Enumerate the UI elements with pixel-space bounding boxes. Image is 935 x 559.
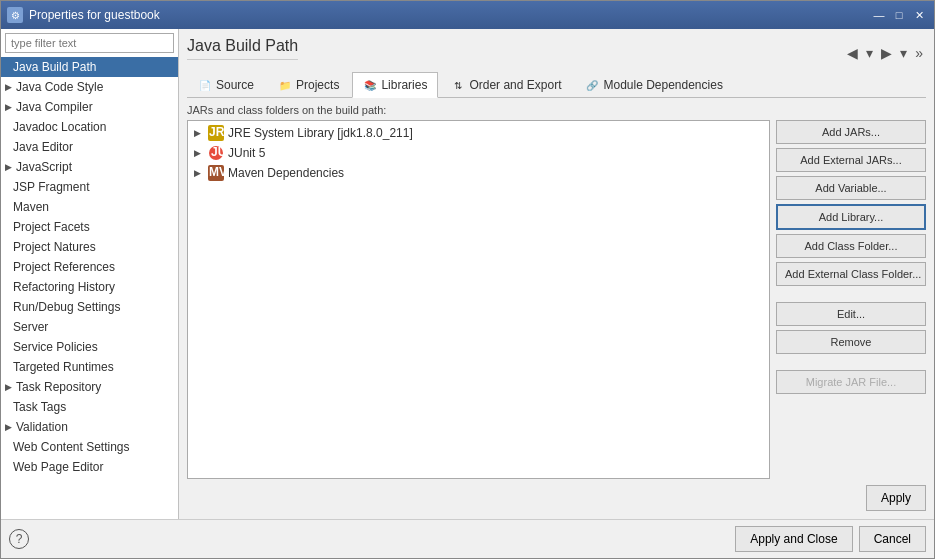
sidebar-item-label: Task Tags xyxy=(13,400,66,414)
tree-item-jre-system[interactable]: ▶JREJRE System Library [jdk1.8.0_211] xyxy=(190,123,767,143)
projects-tab-label: Projects xyxy=(296,78,339,92)
chevron-right-icon: ▶ xyxy=(5,82,12,92)
tab-order-export[interactable]: ⇅Order and Export xyxy=(440,72,572,97)
sidebar-item-javascript[interactable]: ▶JavaScript xyxy=(1,157,178,177)
add-library-button[interactable]: Add Library... xyxy=(776,204,926,230)
tree-expand-arrow: ▶ xyxy=(194,168,204,178)
sidebar-item-project-references[interactable]: Project References xyxy=(1,257,178,277)
right-panel: Java Build Path ◀ ▾ ▶ ▾ » 📄Source📁Projec… xyxy=(179,29,934,519)
remove-button[interactable]: Remove xyxy=(776,330,926,354)
close-button[interactable]: ✕ xyxy=(910,6,928,24)
more-icon[interactable]: » xyxy=(912,43,926,63)
action-buttons-panel: Add JARs...Add External JARs...Add Varia… xyxy=(776,120,926,479)
filter-input[interactable] xyxy=(5,33,174,53)
chevron-right-icon: ▶ xyxy=(5,422,12,432)
sidebar-item-label: Java Build Path xyxy=(13,60,96,74)
sidebar-item-label: Run/Debug Settings xyxy=(13,300,120,314)
sidebar-item-java-build-path[interactable]: Java Build Path xyxy=(1,57,178,77)
tab-libraries[interactable]: 📚Libraries xyxy=(352,72,438,98)
sidebar-item-web-content-settings[interactable]: Web Content Settings xyxy=(1,437,178,457)
button-separator xyxy=(776,358,926,366)
add-class-folder-button[interactable]: Add Class Folder... xyxy=(776,234,926,258)
apply-button[interactable]: Apply xyxy=(866,485,926,511)
sidebar-item-label: Maven xyxy=(13,200,49,214)
sidebar-item-label: Web Content Settings xyxy=(13,440,130,454)
source-tab-icon: 📄 xyxy=(198,78,212,92)
source-tab-label: Source xyxy=(216,78,254,92)
window-title: Properties for guestbook xyxy=(29,8,870,22)
sidebar-item-java-compiler[interactable]: ▶Java Compiler xyxy=(1,97,178,117)
sidebar-item-task-repository[interactable]: ▶Task Repository xyxy=(1,377,178,397)
tree-item-label: Maven Dependencies xyxy=(228,166,344,180)
sidebar-item-run-debug-settings[interactable]: Run/Debug Settings xyxy=(1,297,178,317)
migrate-jar-button: Migrate JAR File... xyxy=(776,370,926,394)
sidebar-item-label: Project Natures xyxy=(13,240,96,254)
button-separator xyxy=(776,290,926,298)
sidebar-list: Java Build Path▶Java Code Style▶Java Com… xyxy=(1,57,178,519)
sidebar-item-server[interactable]: Server xyxy=(1,317,178,337)
jre-icon: JRE xyxy=(208,125,224,141)
cancel-button[interactable]: Cancel xyxy=(859,526,926,552)
sidebar-item-label: Refactoring History xyxy=(13,280,115,294)
nav-icons: ◀ ▾ ▶ ▾ » xyxy=(844,43,926,63)
sidebar-item-project-natures[interactable]: Project Natures xyxy=(1,237,178,257)
build-list: ▶JREJRE System Library [jdk1.8.0_211]▶JU… xyxy=(187,120,770,479)
maven-icon: MVN xyxy=(208,165,224,181)
sidebar-item-label: JSP Fragment xyxy=(13,180,89,194)
tab-module-dependencies[interactable]: 🔗Module Dependencies xyxy=(574,72,733,97)
sidebar-item-validation[interactable]: ▶Validation xyxy=(1,417,178,437)
tree-item-label: JUnit 5 xyxy=(228,146,265,160)
sidebar-item-label: Java Compiler xyxy=(16,100,93,114)
add-variable-button[interactable]: Add Variable... xyxy=(776,176,926,200)
sidebar-item-project-facets[interactable]: Project Facets xyxy=(1,217,178,237)
sidebar-item-label: Java Code Style xyxy=(16,80,103,94)
sidebar-item-label: Validation xyxy=(16,420,68,434)
help-button[interactable]: ? xyxy=(9,529,29,549)
libraries-tab-label: Libraries xyxy=(381,78,427,92)
footer: ? Apply and Close Cancel xyxy=(1,519,934,558)
forward-menu-icon[interactable]: ▾ xyxy=(897,43,910,63)
sidebar-item-task-tags[interactable]: Task Tags xyxy=(1,397,178,417)
tab-source[interactable]: 📄Source xyxy=(187,72,265,97)
sidebar-item-label: Service Policies xyxy=(13,340,98,354)
sidebar-item-targeted-runtimes[interactable]: Targeted Runtimes xyxy=(1,357,178,377)
svg-text:JRE: JRE xyxy=(209,125,224,139)
sidebar-item-java-code-style[interactable]: ▶Java Code Style xyxy=(1,77,178,97)
module-dependencies-tab-label: Module Dependencies xyxy=(603,78,722,92)
chevron-right-icon: ▶ xyxy=(5,102,12,112)
order-export-tab-label: Order and Export xyxy=(469,78,561,92)
sidebar-item-refactoring-history[interactable]: Refactoring History xyxy=(1,277,178,297)
sidebar-item-label: Javadoc Location xyxy=(13,120,106,134)
sidebar-item-jsp-fragment[interactable]: JSP Fragment xyxy=(1,177,178,197)
sidebar-item-web-page-editor[interactable]: Web Page Editor xyxy=(1,457,178,477)
sidebar: Java Build Path▶Java Code Style▶Java Com… xyxy=(1,29,179,519)
tree-item-label: JRE System Library [jdk1.8.0_211] xyxy=(228,126,413,140)
add-external-jars-button[interactable]: Add External JARs... xyxy=(776,148,926,172)
sidebar-item-label: Targeted Runtimes xyxy=(13,360,114,374)
projects-tab-icon: 📁 xyxy=(278,78,292,92)
sidebar-item-javadoc-location[interactable]: Javadoc Location xyxy=(1,117,178,137)
sidebar-item-label: Java Editor xyxy=(13,140,73,154)
minimize-button[interactable]: — xyxy=(870,6,888,24)
sidebar-item-label: Project Facets xyxy=(13,220,90,234)
add-external-class-folder-button[interactable]: Add External Class Folder... xyxy=(776,262,926,286)
tab-projects[interactable]: 📁Projects xyxy=(267,72,350,97)
maximize-button[interactable]: □ xyxy=(890,6,908,24)
tree-item-maven-deps[interactable]: ▶MVNMaven Dependencies xyxy=(190,163,767,183)
window-controls: — □ ✕ xyxy=(870,6,928,24)
build-path-desc: JARs and class folders on the build path… xyxy=(187,104,926,116)
back-icon[interactable]: ◀ xyxy=(844,43,861,63)
back-menu-icon[interactable]: ▾ xyxy=(863,43,876,63)
apply-close-button[interactable]: Apply and Close xyxy=(735,526,852,552)
tabs-bar: 📄Source📁Projects📚Libraries⇅Order and Exp… xyxy=(187,72,926,98)
tree-item-junit5[interactable]: ▶JUJUnit 5 xyxy=(190,143,767,163)
tree-expand-arrow: ▶ xyxy=(194,148,204,158)
sidebar-item-java-editor[interactable]: Java Editor xyxy=(1,137,178,157)
edit-button[interactable]: Edit... xyxy=(776,302,926,326)
chevron-right-icon: ▶ xyxy=(5,382,12,392)
sidebar-item-service-policies[interactable]: Service Policies xyxy=(1,337,178,357)
sidebar-item-label: Server xyxy=(13,320,48,334)
sidebar-item-maven[interactable]: Maven xyxy=(1,197,178,217)
forward-icon[interactable]: ▶ xyxy=(878,43,895,63)
add-jars-button[interactable]: Add JARs... xyxy=(776,120,926,144)
